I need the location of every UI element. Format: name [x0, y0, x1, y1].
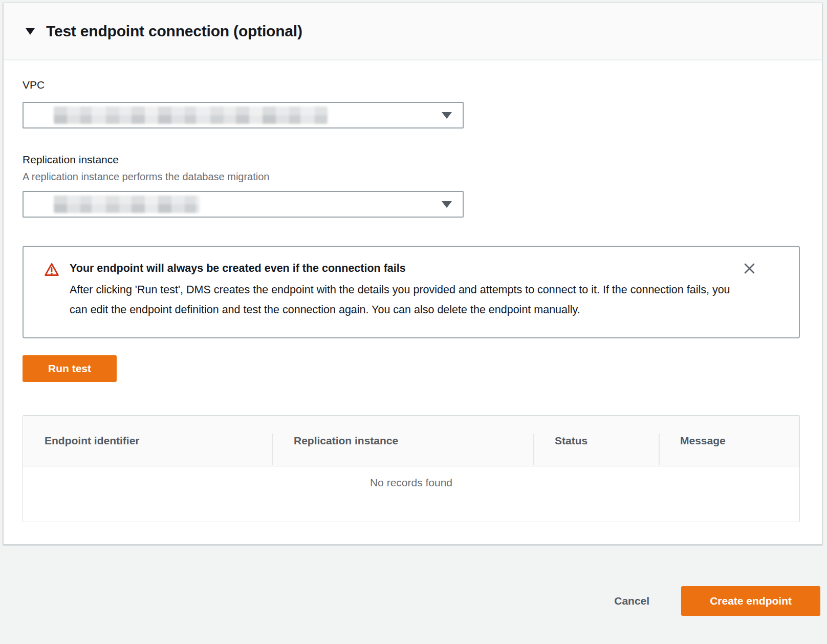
- alert-content: Your endpoint will always be created eve…: [70, 261, 732, 320]
- table-body: No records found: [23, 466, 799, 522]
- replication-instance-redacted-value: [54, 196, 200, 213]
- vpc-label: VPC: [23, 78, 800, 92]
- column-header-endpoint-identifier: Endpoint identifier: [23, 416, 272, 466]
- close-icon[interactable]: [742, 261, 757, 276]
- create-endpoint-button[interactable]: Create endpoint: [681, 586, 820, 616]
- column-header-status: Status: [533, 416, 659, 466]
- section-title: Test endpoint connection (optional): [46, 23, 302, 40]
- run-test-button[interactable]: Run test: [23, 355, 117, 382]
- chevron-down-icon: [442, 201, 452, 208]
- section-header[interactable]: Test endpoint connection (optional): [4, 3, 822, 60]
- table-header-row: Endpoint identifier Replication instance…: [23, 416, 799, 466]
- column-header-replication-instance: Replication instance: [272, 416, 533, 466]
- test-results-table: Endpoint identifier Replication instance…: [23, 415, 800, 522]
- vpc-field: VPC: [23, 78, 800, 128]
- replication-instance-label: Replication instance: [23, 153, 800, 167]
- alert-body: After clicking 'Run test', DMS creates t…: [70, 280, 732, 320]
- replication-instance-description: A replication instance performs the data…: [23, 170, 800, 183]
- warning-triangle-icon: [44, 262, 59, 280]
- cancel-button[interactable]: Cancel: [601, 586, 663, 616]
- collapse-triangle-icon: [26, 28, 35, 35]
- column-header-message: Message: [659, 416, 799, 466]
- chevron-down-icon: [442, 112, 452, 119]
- replication-instance-select[interactable]: [23, 191, 464, 218]
- empty-state-message: No records found: [23, 466, 799, 489]
- test-endpoint-section: Test endpoint connection (optional) VPC …: [3, 3, 822, 545]
- section-body: VPC Replication instance A replication i…: [4, 60, 822, 544]
- vpc-select-redacted-value: [54, 106, 328, 124]
- vpc-select[interactable]: [23, 102, 464, 128]
- warning-alert: Your endpoint will always be created eve…: [23, 246, 800, 338]
- footer-actions: Cancel Create endpoint: [0, 545, 827, 616]
- replication-instance-field: Replication instance A replication insta…: [23, 153, 800, 218]
- page: Test endpoint connection (optional) VPC …: [0, 3, 827, 616]
- alert-title: Your endpoint will always be created eve…: [70, 261, 732, 276]
